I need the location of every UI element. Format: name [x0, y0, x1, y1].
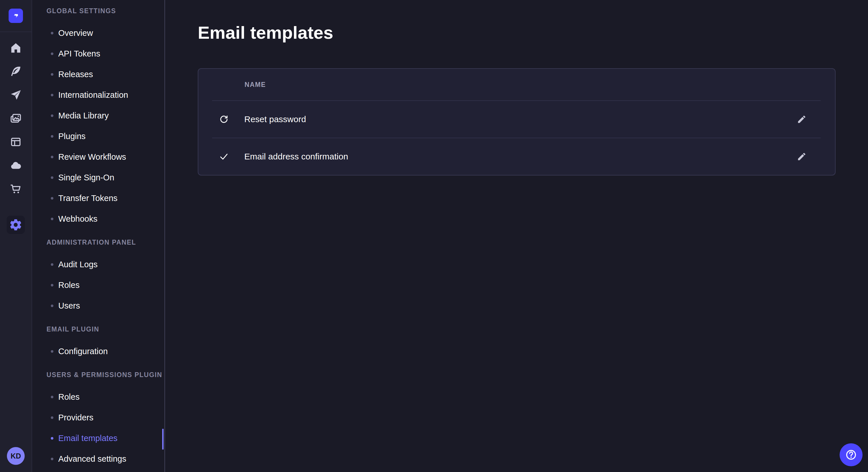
bullet-icon [51, 263, 53, 266]
main-content: Email templates Name Reset password [165, 0, 868, 472]
cart-icon[interactable] [9, 182, 22, 196]
gear-icon[interactable] [7, 216, 25, 234]
bullet-icon [51, 94, 53, 96]
sidebar-item-audit-logs[interactable]: Audit Logs [32, 254, 164, 275]
help-button[interactable] [840, 443, 863, 466]
page-title: Email templates [198, 22, 868, 43]
user-avatar[interactable]: KD [7, 447, 25, 465]
column-header-name: Name [245, 81, 266, 89]
feather-icon[interactable] [9, 65, 22, 78]
sidebar-item-media-library[interactable]: Media Library [32, 105, 164, 126]
cloud-icon[interactable] [9, 159, 22, 172]
sidebar-item-overview[interactable]: Overview [32, 23, 164, 43]
sidebar-item-review-workflows[interactable]: Review Workflows [32, 146, 164, 167]
app-root: KD Global settings Overview API Tokens R… [0, 0, 868, 472]
rail-nav [9, 41, 22, 196]
section-title: Administration panel [32, 236, 164, 248]
sidebar-item-admin-roles[interactable]: Roles [32, 275, 164, 295]
bullet-icon [51, 32, 53, 34]
layout-icon[interactable] [9, 135, 22, 148]
sidebar-item-email-templates[interactable]: Email templates [32, 428, 164, 448]
strapi-logo[interactable] [9, 9, 23, 23]
bullet-icon [51, 396, 53, 398]
sidebar-item-users[interactable]: Users [32, 295, 164, 316]
template-name: Reset password [244, 114, 306, 124]
pencil-icon[interactable] [795, 150, 808, 163]
images-icon[interactable] [9, 112, 22, 125]
sidebar-item-transfer-tokens[interactable]: Transfer Tokens [32, 188, 164, 208]
bullet-icon [51, 114, 53, 117]
section-administration-panel: Administration panel Audit Logs Roles Us… [32, 236, 164, 316]
bullet-icon [51, 156, 53, 158]
logo-section [0, 0, 32, 32]
bullet-icon [51, 197, 53, 200]
sidebar-item-advanced-settings[interactable]: Advanced settings [32, 448, 164, 469]
bullet-icon [51, 217, 53, 220]
section-email-plugin: Email plugin Configuration [32, 323, 164, 362]
bullet-icon [51, 53, 53, 55]
sidebar-item-webhooks[interactable]: Webhooks [32, 208, 164, 229]
settings-subnav: Global settings Overview API Tokens Rele… [32, 0, 165, 472]
email-templates-table: Name Reset password [198, 68, 836, 175]
bullet-icon [51, 416, 53, 419]
bullet-icon [51, 135, 53, 138]
section-users-permissions-plugin: Users & Permissions plugin Roles Provide… [32, 369, 164, 469]
bullet-icon [51, 437, 53, 440]
avatar-initials: KD [11, 452, 21, 460]
sidebar-item-releases[interactable]: Releases [32, 64, 164, 85]
sidebar-item-internationalization[interactable]: Internationalization [32, 85, 164, 105]
strapi-logo-icon [11, 11, 20, 20]
home-icon[interactable] [9, 41, 22, 55]
table-row-reset-password[interactable]: Reset password [198, 101, 835, 138]
subnav-scrollbar-thumb[interactable] [162, 429, 164, 450]
section-title: Email plugin [32, 323, 164, 336]
template-name: Email address confirmation [244, 152, 348, 162]
sidebar-item-providers[interactable]: Providers [32, 407, 164, 428]
bullet-icon [51, 176, 53, 179]
table-header: Name [198, 69, 835, 100]
sidebar-item-plugins[interactable]: Plugins [32, 126, 164, 146]
section-global-settings: Global settings Overview API Tokens Rele… [32, 5, 164, 229]
nav-rail: KD [0, 0, 32, 472]
sidebar-item-api-tokens[interactable]: API Tokens [32, 43, 164, 64]
refresh-icon [216, 114, 232, 125]
paper-plane-icon[interactable] [9, 88, 22, 102]
sidebar-item-configuration[interactable]: Configuration [32, 341, 164, 362]
bullet-icon [51, 73, 53, 76]
bullet-icon [51, 458, 53, 460]
sidebar-item-single-sign-on[interactable]: Single Sign-On [32, 167, 164, 188]
pencil-icon[interactable] [795, 113, 808, 126]
question-mark-icon [845, 448, 857, 461]
table-row-email-confirmation[interactable]: Email address confirmation [198, 138, 835, 175]
section-title: Global settings [32, 5, 164, 17]
bullet-icon [51, 305, 53, 307]
sidebar-item-up-roles[interactable]: Roles [32, 386, 164, 407]
bullet-icon [51, 350, 53, 353]
check-icon [216, 151, 232, 162]
section-title: Users & Permissions plugin [32, 369, 164, 381]
bullet-icon [51, 284, 53, 286]
